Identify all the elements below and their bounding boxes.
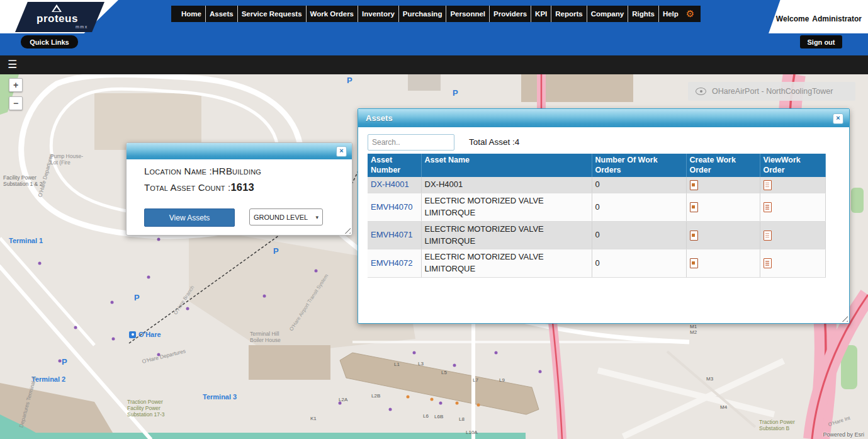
location-name-label: Location Name : (144, 166, 212, 176)
chevron-down-icon: ▾ (315, 214, 318, 220)
nav-item[interactable]: Purchasing (398, 6, 446, 22)
asset-name-cell: DX-H4001 (421, 177, 592, 193)
asset-count-line: Total Asset Count :1613 (144, 181, 254, 193)
view-work-order-icon[interactable] (764, 180, 772, 190)
map-label: Traction Power Substation B (759, 419, 795, 432)
menu-icon[interactable]: ☰ (8, 58, 17, 71)
parking-icon: P (62, 357, 67, 367)
total-asset-value: 4 (515, 137, 520, 147)
brand-sub: mmx (76, 25, 88, 29)
main-nav: Home Assets Service Requests Work Orders… (171, 6, 701, 22)
create-work-order-icon[interactable] (690, 231, 698, 241)
asset-number-link[interactable]: DX-H4001 (371, 180, 409, 189)
map-label: Terminal 1 (9, 237, 43, 245)
nav-item[interactable]: Work Orders (306, 6, 358, 22)
asset-name-cell: ELECTRIC MOTORIZED VALVE LIMITORQUE (421, 221, 592, 249)
table-row: EMVH4072 ELECTRIC MOTORIZED VALVE LIMITO… (368, 249, 825, 278)
view-work-order-icon[interactable] (764, 231, 772, 241)
map-label: Traction Power Facility Power Substation… (127, 399, 165, 418)
work-order-count-cell: 0 (592, 249, 686, 278)
zoom-control: + − (9, 78, 23, 110)
layer-visibility-toggle[interactable]: OHareAirPort - NorthCoolingTower (688, 82, 855, 101)
map-label: L10A (466, 430, 478, 435)
table-row: EMVH4070 ELECTRIC MOTORIZED VALVE LIMITO… (368, 193, 825, 222)
nav-item[interactable]: Reports (551, 6, 586, 22)
assets-panel-title: Assets (366, 113, 393, 123)
location-name-value: HRBuilding (212, 166, 261, 176)
assets-panel-header[interactable] (358, 109, 849, 127)
map-label: Facility Power Substation 1 & 2 (3, 175, 42, 188)
column-header[interactable]: Asset Name (421, 154, 592, 177)
map-label: L1 (394, 362, 400, 367)
view-work-order-cell (760, 177, 825, 193)
proteus-logo: proteus mmx (15, 2, 104, 32)
map-label: Terminal 3 (203, 393, 237, 401)
map-label: M3 (706, 376, 713, 382)
zoom-out-button[interactable]: − (9, 96, 23, 110)
asset-number-link[interactable]: EMVH4072 (371, 258, 412, 268)
view-work-order-cell (760, 193, 825, 222)
asset-number-link[interactable]: EMVH4071 (371, 230, 412, 239)
column-header[interactable]: Number Of Work Orders (592, 154, 686, 177)
sign-out-button[interactable]: Sign out (800, 35, 842, 48)
nav-item[interactable]: Inventory (358, 6, 398, 22)
gear-icon[interactable]: ⚙ (686, 6, 694, 22)
welcome-label: Welcome (776, 14, 809, 23)
layer-overlay-label: OHareAirPort - NorthCoolingTower (712, 87, 833, 96)
map-label: M1 M2 (690, 324, 697, 335)
resize-handle[interactable] (344, 227, 351, 234)
create-work-order-icon[interactable] (690, 202, 698, 212)
create-work-order-cell (686, 193, 760, 222)
toolbar-bar: ☰ (0, 55, 868, 74)
map-attribution: Powered by Esri (823, 431, 864, 438)
map-label: L2B (371, 393, 380, 399)
nav-item[interactable]: Providers (489, 6, 531, 22)
total-asset-label: Total Asset : (469, 137, 515, 147)
nav-item[interactable]: Service Requests (237, 6, 306, 22)
resize-handle[interactable] (841, 315, 848, 322)
map-label: L5 (441, 370, 447, 375)
asset-name-cell: ELECTRIC MOTORIZED VALVE LIMITORQUE (421, 193, 592, 222)
quick-links-button[interactable]: Quick Links (21, 35, 78, 48)
logo-triangle-icon (52, 4, 62, 12)
map-label: M4 (720, 404, 727, 410)
location-popup-close-button[interactable]: × (336, 146, 347, 157)
create-work-order-icon[interactable] (690, 258, 698, 268)
station-name: O'Hare (138, 331, 161, 338)
search-input[interactable] (368, 134, 454, 151)
view-assets-button[interactable]: View Assets (144, 208, 235, 227)
view-work-order-icon[interactable] (764, 258, 772, 268)
column-header[interactable]: Create Work Order (686, 154, 760, 177)
nav-item[interactable]: Personnel (446, 6, 489, 22)
nav-item[interactable]: Company (587, 6, 628, 22)
zoom-in-button[interactable]: + (9, 78, 23, 92)
nav-item[interactable]: Rights (628, 6, 658, 22)
brand-name: proteus (37, 13, 78, 25)
assets-panel: Assets × Total Asset :4 Asset Number (358, 108, 850, 324)
view-work-order-icon[interactable] (764, 202, 772, 212)
nav-item[interactable]: Help (658, 6, 682, 22)
asset-number-cell: EMVH4072 (368, 249, 421, 278)
create-work-order-icon[interactable] (690, 180, 698, 190)
nav-item[interactable]: Assets (205, 6, 237, 22)
welcome-text: WelcomeAdministrator (773, 14, 862, 23)
assets-table: Asset Number Asset Name Number Of Work O… (368, 154, 825, 278)
assets-panel-close-button[interactable]: × (833, 113, 843, 124)
asset-name-cell: ELECTRIC MOTORIZED VALVE LIMITORQUE (421, 249, 592, 278)
map-label: L6 (423, 413, 429, 419)
location-name-line: Location Name :HRBuilding (144, 166, 261, 176)
level-select[interactable]: GROUND LEVEL ▾ (249, 208, 323, 225)
map-label: K1 (310, 416, 317, 421)
location-popup-header[interactable] (127, 143, 352, 159)
asset-count-value: 1613 (230, 181, 254, 193)
asset-number-link[interactable]: EMVH4070 (371, 202, 412, 212)
column-header[interactable]: Asset Number (368, 154, 421, 177)
nav-item[interactable]: KPI (531, 6, 551, 22)
create-work-order-cell (686, 177, 760, 193)
table-header-row: Asset Number Asset Name Number Of Work O… (368, 154, 825, 177)
column-header[interactable]: ViewWork Order (760, 154, 825, 177)
asset-number-cell: EMVH4071 (368, 221, 421, 249)
asset-number-cell: EMVH4070 (368, 193, 421, 222)
nav-item[interactable]: Home (178, 6, 205, 22)
map-label: L3 (418, 361, 424, 367)
